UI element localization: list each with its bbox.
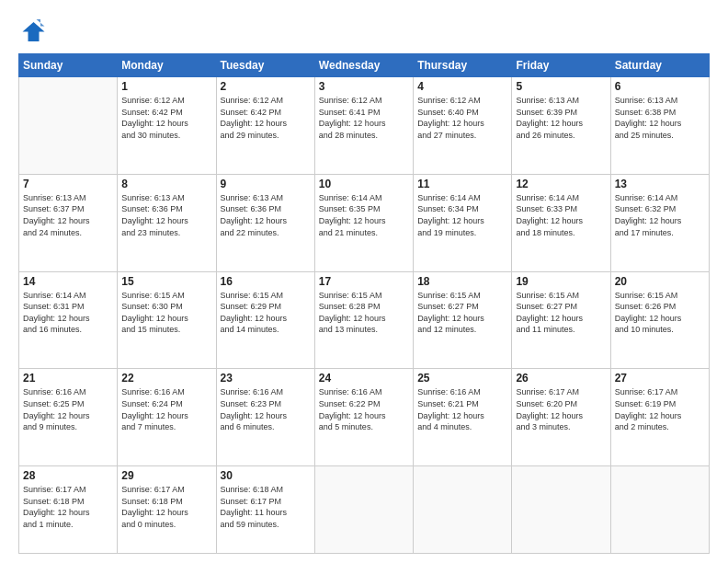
calendar-cell: 24Sunrise: 6:16 AM Sunset: 6:22 PM Dayli… (314, 369, 413, 466)
calendar-cell (19, 77, 118, 175)
week-row-4: 28Sunrise: 6:17 AM Sunset: 6:18 PM Dayli… (19, 466, 710, 554)
svg-marker-1 (37, 19, 45, 27)
calendar-cell: 2Sunrise: 6:12 AM Sunset: 6:42 PM Daylig… (216, 77, 314, 175)
calendar-cell: 3Sunrise: 6:12 AM Sunset: 6:41 PM Daylig… (314, 77, 413, 175)
week-row-2: 14Sunrise: 6:14 AM Sunset: 6:31 PM Dayli… (19, 271, 710, 369)
calendar: SundayMondayTuesdayWednesdayThursdayFrid… (18, 53, 710, 554)
calendar-cell: 18Sunrise: 6:15 AM Sunset: 6:27 PM Dayli… (414, 271, 512, 369)
calendar-cell: 20Sunrise: 6:15 AM Sunset: 6:26 PM Dayli… (610, 271, 709, 369)
day-number: 17 (319, 275, 409, 288)
day-info: Sunrise: 6:12 AM Sunset: 6:42 PM Dayligh… (221, 95, 311, 141)
day-number: 1 (121, 80, 211, 93)
day-number: 28 (23, 469, 113, 482)
calendar-cell (512, 466, 610, 554)
day-info: Sunrise: 6:16 AM Sunset: 6:21 PM Dayligh… (417, 386, 507, 432)
weekday-thursday: Thursday (414, 54, 512, 77)
day-number: 9 (221, 178, 311, 190)
day-number: 24 (319, 372, 409, 385)
weekday-header-row: SundayMondayTuesdayWednesdayThursdayFrid… (19, 54, 710, 77)
day-info: Sunrise: 6:17 AM Sunset: 6:18 PM Dayligh… (23, 484, 113, 530)
day-info: Sunrise: 6:17 AM Sunset: 6:20 PM Dayligh… (516, 386, 606, 432)
day-number: 25 (417, 372, 507, 385)
calendar-cell: 10Sunrise: 6:14 AM Sunset: 6:35 PM Dayli… (314, 174, 413, 271)
day-info: Sunrise: 6:13 AM Sunset: 6:36 PM Dayligh… (221, 192, 311, 238)
page: SundayMondayTuesdayWednesdayThursdayFrid… (0, 0, 728, 563)
week-row-0: 1Sunrise: 6:12 AM Sunset: 6:42 PM Daylig… (19, 77, 710, 175)
day-info: Sunrise: 6:14 AM Sunset: 6:32 PM Dayligh… (615, 192, 705, 238)
calendar-cell (314, 466, 413, 554)
day-number: 10 (319, 178, 409, 190)
day-info: Sunrise: 6:14 AM Sunset: 6:33 PM Dayligh… (516, 192, 606, 238)
day-info: Sunrise: 6:13 AM Sunset: 6:39 PM Dayligh… (516, 95, 606, 141)
day-info: Sunrise: 6:16 AM Sunset: 6:23 PM Dayligh… (221, 386, 311, 432)
day-number: 4 (417, 80, 507, 93)
day-number: 13 (615, 178, 705, 190)
day-number: 12 (516, 178, 606, 190)
day-info: Sunrise: 6:16 AM Sunset: 6:25 PM Dayligh… (23, 386, 113, 432)
calendar-cell: 13Sunrise: 6:14 AM Sunset: 6:32 PM Dayli… (610, 174, 709, 271)
weekday-saturday: Saturday (610, 54, 709, 77)
weekday-sunday: Sunday (19, 54, 118, 77)
day-number: 29 (121, 469, 211, 482)
day-info: Sunrise: 6:13 AM Sunset: 6:36 PM Dayligh… (121, 192, 211, 238)
day-number: 23 (221, 372, 311, 385)
day-info: Sunrise: 6:15 AM Sunset: 6:30 PM Dayligh… (121, 290, 211, 336)
calendar-cell (414, 466, 512, 554)
day-number: 3 (319, 80, 409, 93)
day-number: 2 (221, 80, 311, 93)
day-info: Sunrise: 6:12 AM Sunset: 6:42 PM Dayligh… (121, 95, 211, 141)
logo-icon (18, 17, 46, 44)
day-number: 11 (417, 178, 507, 190)
day-number: 8 (121, 178, 211, 190)
calendar-cell: 11Sunrise: 6:14 AM Sunset: 6:34 PM Dayli… (414, 174, 512, 271)
calendar-cell: 25Sunrise: 6:16 AM Sunset: 6:21 PM Dayli… (414, 369, 512, 466)
day-number: 27 (615, 372, 705, 385)
day-info: Sunrise: 6:13 AM Sunset: 6:38 PM Dayligh… (615, 95, 705, 141)
calendar-cell: 21Sunrise: 6:16 AM Sunset: 6:25 PM Dayli… (19, 369, 118, 466)
calendar-cell (610, 466, 709, 554)
calendar-cell: 8Sunrise: 6:13 AM Sunset: 6:36 PM Daylig… (118, 174, 216, 271)
day-number: 7 (23, 178, 113, 190)
calendar-cell: 6Sunrise: 6:13 AM Sunset: 6:38 PM Daylig… (610, 77, 709, 175)
calendar-cell: 27Sunrise: 6:17 AM Sunset: 6:19 PM Dayli… (610, 369, 709, 466)
week-row-3: 21Sunrise: 6:16 AM Sunset: 6:25 PM Dayli… (19, 369, 710, 466)
day-number: 19 (516, 275, 606, 288)
day-info: Sunrise: 6:12 AM Sunset: 6:41 PM Dayligh… (319, 95, 409, 141)
calendar-cell: 16Sunrise: 6:15 AM Sunset: 6:29 PM Dayli… (216, 271, 314, 369)
calendar-cell: 23Sunrise: 6:16 AM Sunset: 6:23 PM Dayli… (216, 369, 314, 466)
calendar-cell: 26Sunrise: 6:17 AM Sunset: 6:20 PM Dayli… (512, 369, 610, 466)
day-info: Sunrise: 6:18 AM Sunset: 6:17 PM Dayligh… (221, 484, 311, 530)
day-info: Sunrise: 6:16 AM Sunset: 6:22 PM Dayligh… (319, 386, 409, 432)
calendar-cell: 14Sunrise: 6:14 AM Sunset: 6:31 PM Dayli… (19, 271, 118, 369)
day-info: Sunrise: 6:16 AM Sunset: 6:24 PM Dayligh… (121, 386, 211, 432)
calendar-cell: 29Sunrise: 6:17 AM Sunset: 6:18 PM Dayli… (118, 466, 216, 554)
calendar-cell: 12Sunrise: 6:14 AM Sunset: 6:33 PM Dayli… (512, 174, 610, 271)
day-info: Sunrise: 6:15 AM Sunset: 6:27 PM Dayligh… (417, 290, 507, 336)
day-info: Sunrise: 6:14 AM Sunset: 6:34 PM Dayligh… (417, 192, 507, 238)
calendar-cell: 30Sunrise: 6:18 AM Sunset: 6:17 PM Dayli… (216, 466, 314, 554)
day-info: Sunrise: 6:17 AM Sunset: 6:19 PM Dayligh… (615, 386, 705, 432)
calendar-cell: 9Sunrise: 6:13 AM Sunset: 6:36 PM Daylig… (216, 174, 314, 271)
calendar-cell: 4Sunrise: 6:12 AM Sunset: 6:40 PM Daylig… (414, 77, 512, 175)
day-info: Sunrise: 6:15 AM Sunset: 6:26 PM Dayligh… (615, 290, 705, 336)
day-info: Sunrise: 6:14 AM Sunset: 6:35 PM Dayligh… (319, 192, 409, 238)
header (18, 17, 710, 44)
day-info: Sunrise: 6:12 AM Sunset: 6:40 PM Dayligh… (417, 95, 507, 141)
day-number: 30 (221, 469, 311, 482)
day-number: 20 (615, 275, 705, 288)
logo (18, 17, 50, 44)
calendar-cell: 1Sunrise: 6:12 AM Sunset: 6:42 PM Daylig… (118, 77, 216, 175)
day-info: Sunrise: 6:17 AM Sunset: 6:18 PM Dayligh… (121, 484, 211, 530)
calendar-cell: 19Sunrise: 6:15 AM Sunset: 6:27 PM Dayli… (512, 271, 610, 369)
calendar-cell: 7Sunrise: 6:13 AM Sunset: 6:37 PM Daylig… (19, 174, 118, 271)
day-info: Sunrise: 6:15 AM Sunset: 6:29 PM Dayligh… (221, 290, 311, 336)
day-number: 21 (23, 372, 113, 385)
weekday-friday: Friday (512, 54, 610, 77)
day-info: Sunrise: 6:15 AM Sunset: 6:27 PM Dayligh… (516, 290, 606, 336)
day-number: 5 (516, 80, 606, 93)
calendar-cell: 28Sunrise: 6:17 AM Sunset: 6:18 PM Dayli… (19, 466, 118, 554)
weekday-monday: Monday (118, 54, 216, 77)
day-number: 6 (615, 80, 705, 93)
calendar-cell: 15Sunrise: 6:15 AM Sunset: 6:30 PM Dayli… (118, 271, 216, 369)
day-number: 16 (221, 275, 311, 288)
